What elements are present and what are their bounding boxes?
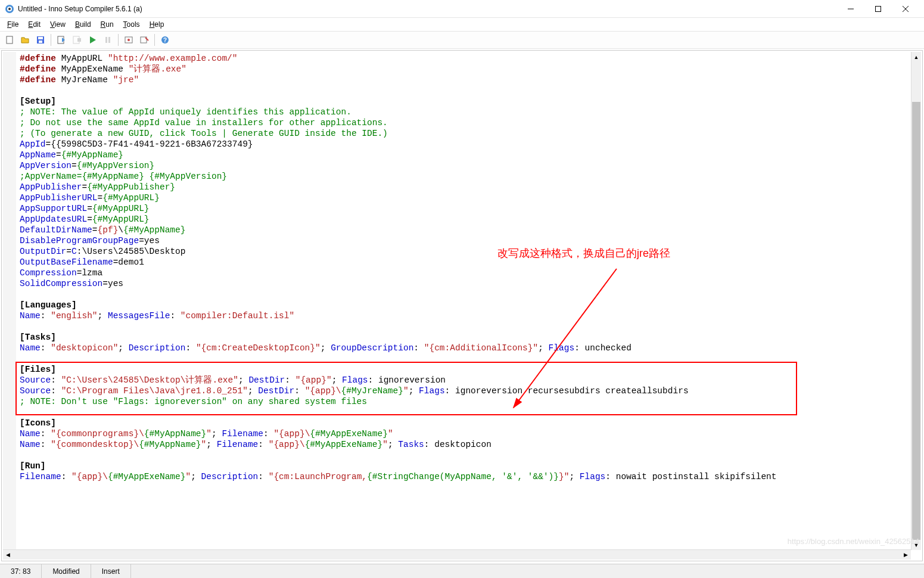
scroll-left-icon[interactable]: ◀	[3, 550, 13, 560]
menu-help[interactable]: Help	[145, 19, 169, 30]
open-button[interactable]	[18, 33, 32, 47]
svg-rect-10	[39, 41, 42, 43]
scroll-right-icon[interactable]: ▶	[901, 550, 911, 560]
window-title: Untitled - Inno Setup Compiler 5.6.1 (a)	[18, 5, 837, 13]
status-bar: 37: 83 Modified Insert	[0, 564, 924, 578]
separator	[51, 34, 51, 46]
help-button[interactable]: ?	[158, 33, 172, 47]
code-content[interactable]: #define MyAppURL "http://www.example.com…	[2, 51, 922, 484]
title-bar: Untitled - Inno Setup Compiler 5.6.1 (a)	[0, 0, 924, 18]
run-button[interactable]	[85, 33, 99, 47]
status-modified: Modified	[42, 564, 91, 578]
separator	[154, 34, 155, 46]
minimize-button[interactable]	[837, 0, 864, 18]
svg-point-17	[127, 39, 130, 41]
pause-button	[101, 33, 115, 47]
watermark: https://blog.csdn.net/weixin_42562514	[788, 537, 919, 546]
separator	[118, 34, 119, 46]
compile-button[interactable]	[54, 33, 69, 47]
close-button[interactable]	[892, 0, 919, 18]
svg-point-2	[8, 8, 11, 10]
status-cursor: 37: 83	[0, 564, 42, 578]
menu-view[interactable]: View	[45, 19, 70, 30]
menu-edit[interactable]: Edit	[23, 19, 45, 30]
save-button[interactable]	[33, 33, 48, 47]
app-icon	[5, 4, 14, 14]
menu-tools[interactable]: Tools	[119, 19, 145, 30]
scroll-thumb-v[interactable]	[912, 102, 920, 540]
toolbar: ?	[0, 31, 924, 49]
svg-rect-15	[108, 37, 110, 43]
horizontal-scrollbar[interactable]: ◀ ▶	[3, 549, 911, 560]
menu-build[interactable]: Build	[70, 19, 96, 30]
menu-bar: File Edit View Build Run Tools Help	[0, 18, 924, 31]
svg-rect-4	[876, 6, 881, 11]
target-button[interactable]	[122, 33, 136, 47]
editor-area: #define MyAppURL "http://www.example.com…	[0, 49, 924, 563]
window-controls	[837, 0, 919, 18]
svg-text:?: ?	[163, 37, 167, 43]
menu-run[interactable]: Run	[96, 19, 119, 30]
menu-file[interactable]: File	[2, 19, 23, 30]
stop-compile-button	[70, 33, 84, 47]
status-insert: Insert	[91, 564, 131, 578]
svg-rect-14	[105, 37, 107, 43]
svg-rect-7	[7, 36, 13, 43]
scroll-up-icon[interactable]: ▲	[911, 52, 921, 62]
uninstall-button[interactable]	[137, 33, 151, 47]
code-editor[interactable]: #define MyAppURL "http://www.example.com…	[1, 50, 923, 561]
svg-rect-9	[38, 37, 43, 39]
svg-rect-13	[77, 38, 81, 42]
new-button[interactable]	[2, 33, 17, 47]
maximize-button[interactable]	[864, 0, 892, 18]
vertical-scrollbar[interactable]: ▲ ▼	[911, 52, 921, 550]
